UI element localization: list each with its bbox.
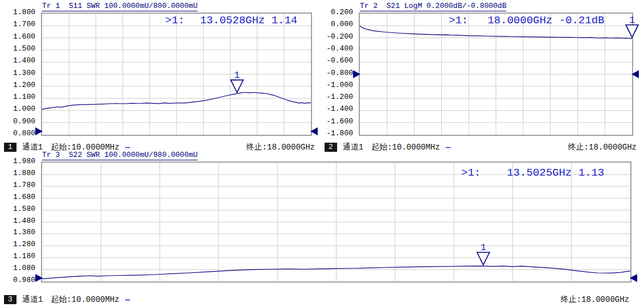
trace2-title[interactable]: Tr 2 S21 LogM 0.2000dB/-0.8000dB (360, 2, 506, 11)
y-tick-label: 1.380 (13, 229, 35, 237)
stop-frequency: 终止:18.0000GHz (561, 294, 629, 305)
start-frequency: 起始:10.0000MHz (51, 294, 119, 305)
ref-level-arrow-right[interactable] (631, 70, 639, 78)
y-tick-label: 1.600 (13, 33, 35, 41)
y-tick-label: 1.780 (13, 181, 35, 189)
channel2-statusbar: 2 通道1 起始:10.0000MHz — 终止:18.0000GHz (322, 142, 637, 153)
y-tick-label: 1.500 (13, 45, 35, 53)
marker-triangle[interactable] (626, 25, 638, 38)
y-tick-label: 0.800 (13, 130, 35, 138)
trace1-title[interactable]: Tr 1 S11 SWR 100.0000mU/800.0000mU (42, 2, 198, 11)
vna-screen: Tr 1 S11 SWR 100.0000mU/800.0000mU 1.800… (0, 0, 644, 307)
marker-value: 13.5025GHz 1.13 (507, 167, 604, 179)
y-tick-label: -1.400 (326, 105, 353, 113)
y-tick-label: 1.480 (13, 217, 35, 225)
trace2-canvas[interactable]: 1 (360, 14, 632, 135)
y-tick-label: 1.680 (13, 193, 35, 201)
marker-value: 13.0528GHz 1.14 (200, 15, 297, 27)
sweep-indicator: — (446, 143, 450, 152)
stop-frequency: 终止:18.0000GHz (247, 142, 315, 152)
y-tick-label: 0.980 (13, 276, 35, 284)
y-tick-label: -0.600 (326, 57, 353, 65)
y-tick-label: 1.280 (13, 240, 35, 248)
trace1-plot-area[interactable]: 1 (41, 13, 312, 136)
ref-level-arrow-left[interactable] (35, 127, 43, 135)
channel-badge-1[interactable]: 1 (4, 143, 17, 152)
y-tick-label: -0.400 (326, 45, 353, 53)
y-tick-label: 0.200 (331, 9, 353, 16)
trace2-y-axis: 0.2000.000-0.200-0.400-0.600-0.800-1.000… (317, 13, 355, 134)
channel-label[interactable]: 通道1 (22, 142, 43, 152)
sweep-indicator: — (125, 143, 130, 152)
y-tick-label: 1.100 (13, 93, 35, 101)
marker-number: 1 (234, 70, 240, 81)
y-tick-label: -1.800 (326, 130, 353, 138)
trace3-plot-area[interactable]: 1 (41, 161, 631, 283)
y-tick-label: 1.700 (13, 20, 35, 28)
y-tick-label: 1.080 (13, 264, 35, 272)
channel-label[interactable]: 通道1 (22, 294, 43, 305)
trace2-marker-readout: >1: 18.0000GHz -0.21dB (449, 15, 604, 27)
marker-triangle[interactable] (477, 252, 490, 265)
y-tick-label: 1.800 (13, 9, 35, 16)
channel1-statusbar: 1 通道1 起始:10.0000MHz — 终止:18.0000GHz (0, 142, 315, 153)
y-tick-label: 0.000 (331, 20, 353, 28)
y-tick-label: 1.300 (13, 69, 35, 77)
channel3-statusbar: 3 通道1 起始:10.0000MHz — 终止:18.0000GHz (0, 294, 629, 305)
marker-label: >1: (165, 15, 184, 27)
y-tick-label: 1.180 (13, 252, 35, 260)
y-tick-label: 1.980 (13, 157, 35, 165)
channel-badge-3[interactable]: 3 (4, 295, 17, 304)
start-frequency: 起始:10.0000MHz (51, 142, 119, 152)
trace3-y-axis: 1.9801.8801.7801.6801.5801.4801.3801.280… (0, 161, 38, 280)
marker-value: 18.0000GHz -0.21dB (487, 15, 604, 27)
y-tick-label: -0.200 (326, 33, 353, 41)
marker-label: >1: (461, 167, 481, 179)
trace3-marker-readout: >1: 13.5025GHz 1.13 (461, 167, 604, 179)
sweep-indicator: — (125, 295, 130, 304)
y-tick-label: 1.200 (13, 81, 35, 89)
trace1-canvas[interactable]: 1 (42, 14, 311, 135)
marker-number: 1 (629, 15, 635, 26)
y-tick-label: -0.800 (326, 69, 353, 77)
trace2-plot-area[interactable]: 1 (359, 13, 633, 136)
trace1-y-axis: 1.8001.7001.6001.5001.4001.3001.2001.100… (0, 13, 38, 134)
trace1-marker-readout: >1: 13.0528GHz 1.14 (165, 15, 297, 27)
ref-level-arrow-left[interactable] (353, 70, 360, 78)
channel-label[interactable]: 通道1 (343, 142, 363, 152)
y-tick-label: 1.400 (13, 57, 35, 65)
y-tick-label: 0.900 (13, 118, 35, 126)
ref-level-arrow-right[interactable] (630, 274, 637, 282)
y-tick-label: -1.200 (326, 93, 353, 101)
trace3-canvas[interactable]: 1 (42, 163, 630, 281)
y-tick-label: 1.880 (13, 169, 35, 177)
stop-frequency: 终止:18.0000GHz (568, 142, 637, 152)
channel-badge-2[interactable]: 2 (325, 143, 337, 152)
y-tick-label: -1.600 (326, 118, 353, 126)
marker-number: 1 (481, 242, 486, 253)
start-frequency: 起始:10.0000MHz (371, 142, 440, 152)
ref-level-arrow-left[interactable] (35, 274, 43, 282)
y-tick-label: 1.000 (13, 105, 35, 113)
y-tick-label: -1.000 (326, 81, 353, 89)
marker-label: >1: (449, 15, 468, 27)
y-tick-label: 1.580 (13, 205, 35, 213)
